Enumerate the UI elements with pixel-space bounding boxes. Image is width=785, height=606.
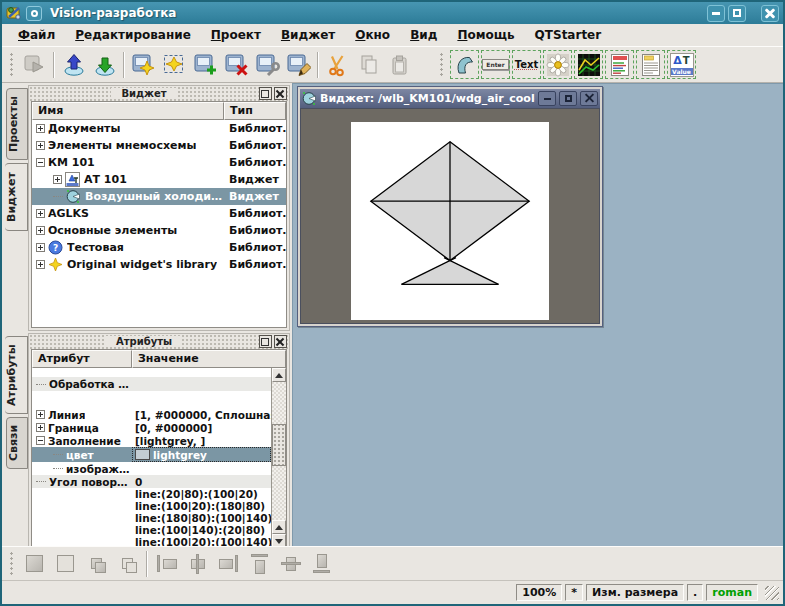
widget-canvas[interactable] xyxy=(351,122,549,320)
color-swatch[interactable] xyxy=(135,449,150,460)
new-library-button[interactable] xyxy=(128,49,159,80)
menu-qtstarter[interactable]: QTStarter xyxy=(525,25,612,45)
scrollbar-thumb[interactable] xyxy=(272,424,286,466)
diagram-button[interactable] xyxy=(573,49,604,80)
attr-row-elements[interactable]: line:(100|20):(100|140) xyxy=(32,536,271,546)
widget-edit-window[interactable]: Виджет: /wlb_KM101/wdg_air_cooler xyxy=(297,86,603,327)
collapse-icon[interactable] xyxy=(36,436,45,445)
menu-widget[interactable]: Виджет xyxy=(271,25,345,45)
table-row[interactable]: Документы Библиот… xyxy=(32,120,286,137)
align-bottom-button[interactable] xyxy=(306,549,337,579)
dock-close-button[interactable] xyxy=(274,335,287,348)
collapse-icon[interactable] xyxy=(36,158,45,167)
library-button[interactable] xyxy=(159,49,190,80)
lower-to-bottom-button[interactable] xyxy=(50,549,81,579)
attr-row-elements[interactable]: line:(100|140):(20|80) xyxy=(32,524,271,536)
expand-icon[interactable] xyxy=(36,243,45,252)
document-button[interactable] xyxy=(635,49,666,80)
table-row[interactable]: ? Тестовая Библиот… xyxy=(32,239,286,256)
expand-icon[interactable] xyxy=(36,410,45,419)
zoom-indicator[interactable]: 100% xyxy=(516,584,562,601)
table-row[interactable]: Элементы мнемосхемы Библиот… xyxy=(32,137,286,154)
toolbar-grip[interactable] xyxy=(9,551,15,577)
resize-grip[interactable] xyxy=(765,586,779,600)
mdi-minimize-button[interactable] xyxy=(538,91,556,106)
attr-row-image[interactable]: изображ… xyxy=(32,462,271,475)
mdi-maximize-button[interactable] xyxy=(559,91,577,106)
menu-project[interactable]: Проект xyxy=(201,25,271,45)
tab-links[interactable]: Связи xyxy=(6,417,28,469)
media-button[interactable] xyxy=(542,49,573,80)
menu-file[interactable]: Файл xyxy=(8,25,65,45)
align-right-button[interactable] xyxy=(213,549,244,579)
raise-to-top-button[interactable] xyxy=(19,549,50,579)
tab-projects[interactable]: Проекты xyxy=(6,88,28,160)
edit-visual-item-button[interactable] xyxy=(283,49,314,80)
expand-icon[interactable] xyxy=(36,260,45,269)
widget-dock-header[interactable]: Виджет xyxy=(29,86,289,101)
raise-button[interactable] xyxy=(81,549,112,579)
menu-edit[interactable]: Редактирование xyxy=(65,25,201,45)
attr-row-fill[interactable]: Заполнение [lightgrey, ] xyxy=(32,434,271,447)
table-row[interactable]: КМ 101 Библиот… xyxy=(32,154,286,171)
attr-row-color-selected[interactable]: цвет lightgrey xyxy=(32,447,271,462)
lower-button[interactable] xyxy=(112,549,143,579)
close-button[interactable] xyxy=(761,5,779,22)
expand-icon[interactable] xyxy=(36,141,45,150)
cut-button[interactable] xyxy=(322,49,353,80)
dock-close-button[interactable] xyxy=(274,87,287,100)
menu-view[interactable]: Вид xyxy=(400,25,447,45)
column-value[interactable]: Значение xyxy=(132,350,286,368)
align-left-button[interactable] xyxy=(151,549,182,579)
scroll-up-button-2[interactable] xyxy=(272,520,286,534)
delete-visual-item-button[interactable] xyxy=(221,49,252,80)
expand-icon[interactable] xyxy=(36,423,45,432)
minimize-button[interactable] xyxy=(707,5,725,22)
visual-item-properties-button[interactable] xyxy=(252,49,283,80)
column-attribute[interactable]: Атрибут xyxy=(32,350,132,368)
tab-attributes[interactable]: Атрибуты xyxy=(5,336,28,414)
paste-button[interactable] xyxy=(384,49,415,80)
load-from-db-button[interactable] xyxy=(58,49,89,80)
attributes-dock-header[interactable]: Атрибуты xyxy=(29,334,289,349)
column-name[interactable]: Имя xyxy=(32,102,224,120)
attr-row-elements[interactable]: line:(20|80):(100|20) xyxy=(32,488,271,500)
window-menu-icon[interactable] xyxy=(26,6,42,21)
copy-button[interactable] xyxy=(353,49,384,80)
align-vcenter-button[interactable] xyxy=(275,549,306,579)
expand-icon[interactable] xyxy=(36,124,45,133)
expand-icon[interactable] xyxy=(53,175,62,184)
attr-row-line[interactable]: Линия [1, #000000, Сплошная] xyxy=(32,408,271,421)
align-top-button[interactable] xyxy=(244,549,275,579)
toolbar-grip[interactable] xyxy=(439,52,445,78)
table-row[interactable]: АТ 101 Виджет xyxy=(32,171,286,188)
function-button[interactable]: ΔT Value xyxy=(666,49,697,80)
text-button[interactable]: Text xyxy=(511,49,542,80)
elfigure-button[interactable] xyxy=(449,49,480,80)
column-type[interactable]: Тип xyxy=(224,102,286,120)
attr-row-rotation[interactable]: Угол поворота 0 xyxy=(32,475,271,488)
maximize-button[interactable] xyxy=(728,5,746,22)
user-indicator[interactable]: roman xyxy=(706,584,758,601)
expand-icon[interactable] xyxy=(36,209,45,218)
vertical-scrollbar[interactable] xyxy=(271,368,286,546)
table-row[interactable]: Основные элементы Библиот… xyxy=(32,222,286,239)
float-button[interactable] xyxy=(259,87,272,100)
float-button[interactable] xyxy=(259,335,272,348)
save-to-db-button[interactable] xyxy=(89,49,120,80)
scroll-up-button[interactable] xyxy=(272,368,286,382)
table-row[interactable]: AGLKS Библиот… xyxy=(32,205,286,222)
mdi-title-bar[interactable]: Виджет: /wlb_KM101/wdg_air_cooler xyxy=(300,89,600,108)
run-button[interactable] xyxy=(19,49,50,80)
table-row[interactable]: Original widget's library Библиот… xyxy=(32,256,286,273)
toolbar-grip[interactable] xyxy=(9,52,15,78)
form-element-button[interactable]: Enter xyxy=(480,49,511,80)
menu-window[interactable]: Окно xyxy=(345,25,400,45)
attr-row-elements[interactable]: line:(180|80):(100|140) xyxy=(32,512,271,524)
protocol-button[interactable] xyxy=(604,49,635,80)
attr-row-processing[interactable]: Обработка с… xyxy=(32,377,271,391)
add-visual-item-button[interactable] xyxy=(190,49,221,80)
attr-row-border[interactable]: Граница [0, #000000] xyxy=(32,421,271,434)
tab-widget[interactable]: Виджет xyxy=(5,163,28,231)
align-hcenter-button[interactable] xyxy=(182,549,213,579)
